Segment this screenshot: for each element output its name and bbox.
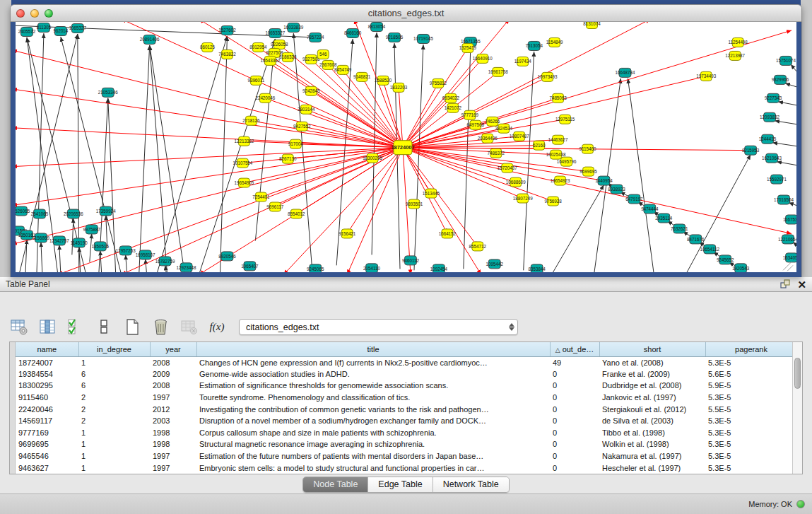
network-node[interactable]: 9460112 — [402, 256, 419, 265]
network-node[interactable]: 1167533 — [783, 215, 796, 224]
network-edge[interactable] — [108, 98, 116, 273]
network-node[interactable]: 9245652 — [717, 255, 734, 264]
network-edge[interactable] — [594, 78, 621, 272]
resize-grip-icon[interactable] — [783, 262, 793, 271]
network-node[interactable]: 6934022 — [442, 93, 460, 103]
network-node[interactable]: 8186328 — [279, 52, 297, 62]
network-edge[interactable] — [126, 255, 127, 272]
network-node[interactable]: 8427552 — [293, 122, 311, 131]
table-cell[interactable]: 2008 — [150, 356, 196, 368]
network-node[interactable]: 9146821 — [353, 72, 371, 81]
network-edge[interactable] — [78, 34, 79, 272]
table-cell[interactable]: Tibbo et al. (1998) — [599, 427, 705, 439]
network-edge[interactable] — [16, 128, 403, 148]
network-node[interactable]: 11254498 — [728, 37, 748, 47]
network-node[interactable]: 811305 — [37, 23, 52, 32]
network-node[interactable]: 7857224 — [307, 33, 324, 42]
network-edge[interactable] — [777, 162, 796, 165]
table-row[interactable]: 946554611997Estimation of the future num… — [16, 450, 792, 462]
network-node[interactable]: 1065327 — [69, 23, 87, 33]
network-node[interactable]: 15592971 — [767, 175, 787, 184]
table-cell[interactable]: 1 — [78, 462, 150, 474]
network-node[interactable]: 1156869 — [33, 233, 49, 243]
network-edge[interactable] — [61, 37, 122, 272]
network-node[interactable]: 8554712 — [469, 242, 487, 251]
tab-node-table[interactable]: Node Table — [303, 477, 368, 492]
table-row[interactable]: 2242004622012Investigating the contribut… — [16, 403, 792, 415]
network-node[interactable]: 2526065 — [16, 206, 30, 216]
table-cell[interactable]: Corpus callosum shape and size in male p… — [196, 427, 550, 439]
network-node[interactable]: 8466160 — [344, 28, 362, 37]
network-node[interactable]: 1634052 — [783, 253, 796, 262]
network-node[interactable]: 9756928 — [544, 197, 562, 206]
column-header-pagerank[interactable]: pagerank — [705, 342, 792, 356]
network-node[interactable]: 1145190 — [71, 238, 88, 247]
column-header-title[interactable]: title — [196, 342, 550, 356]
table-cell[interactable]: 0 — [550, 368, 599, 380]
table-cell[interactable]: 0 — [550, 415, 599, 427]
network-edge[interactable] — [122, 22, 403, 148]
network-node[interactable]: 16640910 — [473, 54, 493, 63]
table-cell[interactable]: 5.3E-5 — [705, 438, 792, 450]
table-cell[interactable]: Dudbridge et al. (2008) — [599, 380, 705, 392]
network-edge[interactable] — [146, 259, 147, 272]
network-edge[interactable] — [775, 121, 796, 124]
network-node[interactable]: 9115460 — [579, 144, 596, 153]
network-node[interactable]: 9975887 — [83, 225, 101, 234]
network-hub-node[interactable]: 18724007 — [391, 141, 414, 155]
column-header-name[interactable]: name — [16, 342, 78, 356]
network-node[interactable]: 12213987 — [725, 51, 745, 60]
network-node[interactable]: 8912954 — [249, 42, 267, 52]
table-cell[interactable]: Embryonic stem cells: a model to study s… — [196, 462, 550, 474]
table-cell[interactable]: Jankovic et al. (1997) — [599, 392, 705, 404]
network-node[interactable]: 16782759 — [155, 257, 175, 266]
network-node[interactable]: 7485063 — [549, 93, 567, 103]
table-row[interactable]: 1938455462009Genome-wide association stu… — [16, 368, 792, 380]
network-node[interactable]: 7254401 — [252, 192, 270, 201]
table-cell[interactable]: 5.3E-5 — [705, 450, 792, 462]
network-edge[interactable] — [16, 148, 403, 167]
network-node[interactable]: 20206536 — [64, 209, 83, 218]
network-node[interactable]: 8920546 — [218, 252, 236, 261]
table-cell[interactable]: 2003 — [150, 415, 196, 427]
network-node[interactable]: 16543362 — [260, 56, 280, 65]
table-cell[interactable]: 2009 — [150, 368, 196, 380]
network-edge[interactable] — [414, 45, 423, 270]
network-node[interactable]: 7463822 — [218, 49, 236, 59]
network-node[interactable]: 1154849 — [546, 37, 563, 47]
network-node[interactable]: 1527602 — [218, 25, 236, 35]
table-row[interactable]: 969969511998Structural magnetic resonanc… — [16, 438, 792, 450]
table-cell[interactable]: Hescheler et al. (1997) — [599, 462, 705, 474]
table-cell[interactable]: 1 — [78, 438, 150, 450]
network-node[interactable]: 1440954 — [595, 176, 613, 185]
network-node[interactable]: 6479197 — [625, 194, 643, 204]
table-cell[interactable]: 9777169 — [16, 427, 78, 439]
network-node[interactable]: 8813054 — [368, 22, 386, 31]
network-node[interactable]: 1350515 — [92, 242, 110, 251]
network-edge[interactable] — [220, 36, 227, 272]
network-edge[interactable] — [16, 148, 403, 206]
network-node[interactable]: 2803144 — [298, 105, 315, 114]
memory-status-indicator[interactable] — [796, 500, 805, 508]
table-cell[interactable]: 19384554 — [16, 368, 78, 380]
table-cell[interactable]: Franke et al. (2009) — [599, 368, 705, 380]
table-cell[interactable]: 1 — [78, 450, 150, 462]
network-node[interactable]: 12342757 — [49, 236, 69, 245]
network-node[interactable]: 546 — [317, 49, 329, 59]
table-cell[interactable]: Disruption of a novel member of a sodium… — [196, 415, 550, 427]
network-node[interactable]: 16958107 — [136, 250, 155, 259]
table-cell[interactable]: 9115460 — [16, 392, 78, 404]
network-edge[interactable] — [403, 59, 483, 148]
network-node[interactable]: 16210643 — [762, 153, 782, 163]
column-header-year[interactable]: year — [150, 342, 196, 356]
table-cell[interactable]: 5.3E-5 — [705, 392, 792, 404]
table-cell[interactable]: 9463627 — [16, 462, 78, 474]
table-cell[interactable]: 5.3E-5 — [705, 356, 792, 368]
network-node[interactable]: 10107554 — [233, 158, 252, 168]
network-node[interactable]: 62160 — [533, 141, 546, 150]
table-cell[interactable]: de Silva et al. (2003) — [599, 415, 705, 427]
network-node[interactable]: 12975115 — [555, 115, 575, 124]
network-node[interactable]: 7486372 — [488, 148, 505, 158]
network-node[interactable]: 2935114 — [655, 214, 672, 223]
select-all-icon[interactable] — [66, 317, 85, 336]
